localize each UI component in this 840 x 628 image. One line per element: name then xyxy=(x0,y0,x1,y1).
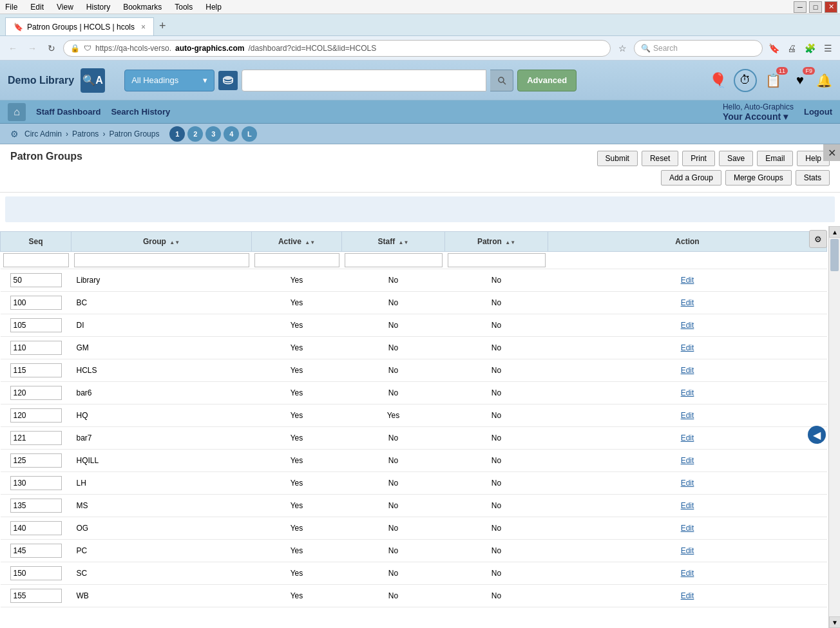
table-scroll-container[interactable]: Seq Group ▲▼ Active ▲▼ xyxy=(0,226,840,628)
email-button[interactable]: Email xyxy=(757,151,793,166)
edit-link-1[interactable]: Edit xyxy=(681,298,694,307)
browser-tab-active[interactable]: 🔖 Patron Groups | HCOLS | hcols × xyxy=(5,17,154,35)
patron-filter-input[interactable] xyxy=(448,253,546,267)
advanced-button[interactable]: Advanced xyxy=(517,70,577,91)
add-group-button[interactable]: Add a Group xyxy=(661,170,721,186)
scroll-thumb[interactable] xyxy=(830,239,839,271)
active-filter-input[interactable] xyxy=(254,253,339,267)
seq-filter-input[interactable] xyxy=(3,253,69,267)
breadcrumb-patron-groups[interactable]: Patron Groups xyxy=(109,129,159,138)
main-search-input[interactable] xyxy=(242,70,486,91)
close-button[interactable]: ✕ xyxy=(825,1,837,13)
seq-input-14[interactable] xyxy=(10,589,62,603)
scroll-down-button[interactable]: ▼ xyxy=(829,616,840,628)
col-header-staff[interactable]: Staff ▲▼ xyxy=(342,232,445,252)
seq-input-8[interactable] xyxy=(10,453,62,468)
menu-view[interactable]: View xyxy=(54,1,76,13)
edit-link-8[interactable]: Edit xyxy=(681,456,694,465)
refresh-button[interactable]: ↻ xyxy=(44,41,59,56)
list-icon-button[interactable]: 📋 11 xyxy=(762,70,784,91)
seq-input-3[interactable] xyxy=(10,341,62,355)
menu-file[interactable]: File xyxy=(3,1,20,13)
seq-input-9[interactable] xyxy=(10,476,62,490)
seq-input-11[interactable] xyxy=(10,521,62,535)
edit-link-7[interactable]: Edit xyxy=(681,433,694,442)
seq-input-4[interactable] xyxy=(10,363,62,377)
seq-input-1[interactable] xyxy=(10,296,62,310)
forward-button[interactable]: → xyxy=(24,41,40,56)
col-header-group[interactable]: Group ▲▼ xyxy=(72,232,252,252)
minimize-button[interactable]: ─ xyxy=(794,1,807,13)
seq-input-2[interactable] xyxy=(10,318,62,332)
bookmark-button[interactable]: ☆ xyxy=(615,41,630,56)
search-go-button[interactable] xyxy=(490,70,513,91)
col-header-seq[interactable]: Seq xyxy=(1,232,72,252)
balloon-icon-button[interactable]: 🎈 xyxy=(707,70,729,91)
page-button-1[interactable]: 1 xyxy=(169,126,185,142)
scroll-bar[interactable]: ▲ ▼ xyxy=(828,226,840,628)
edit-link-11[interactable]: Edit xyxy=(681,524,694,533)
print-button[interactable]: Print xyxy=(682,151,715,166)
page-button-2[interactable]: 2 xyxy=(187,126,203,142)
col-header-active[interactable]: Active ▲▼ xyxy=(252,232,342,252)
seq-input-7[interactable] xyxy=(10,431,62,445)
seq-input-13[interactable] xyxy=(10,566,62,580)
merge-groups-button[interactable]: Merge Groups xyxy=(725,170,792,186)
heart-icon-button[interactable]: ♥ F9 xyxy=(789,70,811,91)
search-history-link[interactable]: Search History xyxy=(111,107,170,117)
logout-button[interactable]: Logout xyxy=(804,107,832,117)
print-icon[interactable]: 🖨 xyxy=(785,41,799,55)
edit-link-10[interactable]: Edit xyxy=(681,501,694,510)
edit-link-4[interactable]: Edit xyxy=(681,366,694,375)
edit-link-12[interactable]: Edit xyxy=(681,546,694,555)
menu-history[interactable]: History xyxy=(84,1,113,13)
edit-link-9[interactable]: Edit xyxy=(681,479,694,488)
extension-icon[interactable]: 🧩 xyxy=(803,41,817,55)
edit-link-3[interactable]: Edit xyxy=(681,343,694,352)
col-header-patron[interactable]: Patron ▲▼ xyxy=(445,232,548,252)
reset-button[interactable]: Reset xyxy=(642,151,678,166)
menu-edit[interactable]: Edit xyxy=(28,1,46,13)
edit-link-13[interactable]: Edit xyxy=(681,569,694,578)
submit-button[interactable]: Submit xyxy=(597,151,638,166)
url-bar[interactable]: 🔒 🛡 https://qa-hcols-verso.auto-graphics… xyxy=(63,40,611,57)
menu-help[interactable]: Help xyxy=(203,1,224,13)
seq-input-0[interactable] xyxy=(10,273,62,287)
save-button[interactable]: Save xyxy=(719,151,753,166)
camera-icon-button[interactable]: ⏱ xyxy=(734,69,757,92)
tab-close-icon[interactable]: × xyxy=(141,23,146,32)
page-button-l[interactable]: L xyxy=(242,126,257,142)
browser-search-box[interactable]: 🔍 Search xyxy=(634,40,763,57)
page-button-4[interactable]: 4 xyxy=(224,126,239,142)
back-overlay-button[interactable]: ◀ xyxy=(808,426,826,444)
seq-input-6[interactable] xyxy=(10,408,62,423)
restore-button[interactable]: □ xyxy=(809,1,822,13)
headings-dropdown[interactable]: All Headings ▾ xyxy=(124,70,215,91)
edit-link-14[interactable]: Edit xyxy=(681,591,694,600)
menu-bookmarks[interactable]: Bookmarks xyxy=(120,1,164,13)
seq-input-5[interactable] xyxy=(10,386,62,400)
database-icon[interactable] xyxy=(218,71,238,90)
new-tab-button[interactable]: + xyxy=(154,17,171,35)
breadcrumb-circ-admin[interactable]: Circ Admin xyxy=(24,129,62,138)
staff-filter-input[interactable] xyxy=(345,253,443,267)
edit-link-5[interactable]: Edit xyxy=(681,388,694,397)
breadcrumb-patrons[interactable]: Patrons xyxy=(72,129,99,138)
table-settings-button[interactable]: ⚙ xyxy=(809,230,827,248)
menu-tools[interactable]: Tools xyxy=(172,1,195,13)
scroll-up-button[interactable]: ▲ xyxy=(829,226,840,238)
staff-dashboard-link[interactable]: Staff Dashboard xyxy=(36,107,100,117)
home-button[interactable]: ⌂ xyxy=(8,103,26,121)
pocket-icon[interactable]: 🔖 xyxy=(767,41,781,55)
page-button-3[interactable]: 3 xyxy=(205,126,221,142)
menu-icon[interactable]: ☰ xyxy=(821,41,835,55)
seq-input-12[interactable] xyxy=(10,544,62,558)
panel-close-button[interactable]: ✕ xyxy=(823,144,840,161)
edit-link-0[interactable]: Edit xyxy=(681,276,694,285)
notification-bell-button[interactable]: 🔔 xyxy=(816,73,832,88)
your-account-button[interactable]: Your Account ▾ xyxy=(723,111,794,122)
back-button[interactable]: ← xyxy=(5,41,21,56)
edit-link-2[interactable]: Edit xyxy=(681,321,694,330)
stats-button[interactable]: Stats xyxy=(796,170,830,186)
search-logo-icon[interactable]: 🔍A xyxy=(81,68,105,93)
